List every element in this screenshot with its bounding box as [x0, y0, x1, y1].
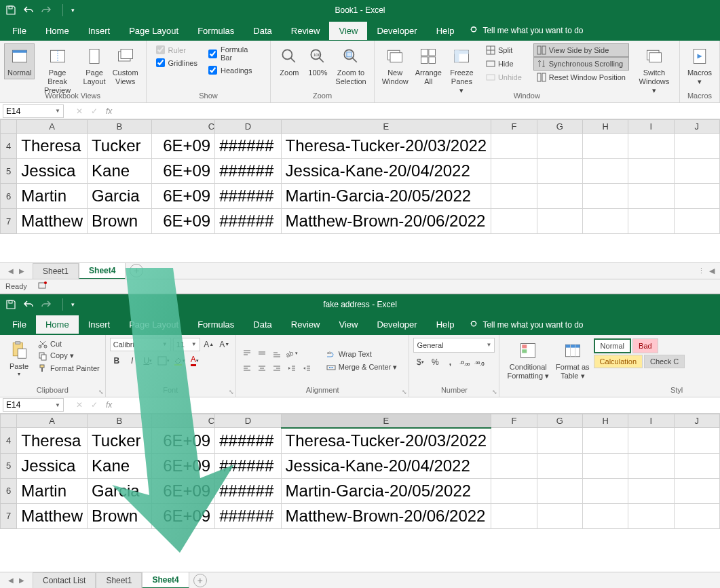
col-header-E[interactable]: E: [281, 414, 491, 428]
italic-button[interactable]: I: [126, 354, 139, 368]
style-check[interactable]: Check C: [644, 355, 685, 368]
cell-G4[interactable]: [537, 428, 582, 454]
cell-I5[interactable]: [628, 453, 674, 478]
cell-F7[interactable]: [491, 503, 537, 528]
cell-C6[interactable]: 6E+09: [151, 184, 215, 209]
cell-I7[interactable]: [628, 209, 674, 234]
cell-E7[interactable]: Matthew-Brown-20/06/2022: [281, 503, 491, 528]
cell-B4[interactable]: Tucker: [88, 134, 152, 159]
cell-E4[interactable]: Theresa-Tucker-20/03/2022: [281, 134, 491, 159]
cell-F4[interactable]: [491, 428, 537, 454]
cell-F5[interactable]: [491, 453, 537, 478]
cell-A6[interactable]: Martin: [17, 478, 88, 503]
row-header-6[interactable]: 6: [1, 184, 17, 209]
menu-file[interactable]: File: [3, 22, 36, 40]
cell-A4[interactable]: Theresa: [17, 134, 88, 159]
syncscroll-button[interactable]: Synchronous Scrolling: [533, 57, 629, 71]
tell-me[interactable]: Tell me what you want to do: [469, 26, 583, 35]
cell-G7[interactable]: [537, 209, 582, 234]
undo-icon[interactable]: [23, 299, 34, 310]
tell-me-2[interactable]: Tell me what you want to do: [469, 320, 583, 330]
cell-H6[interactable]: [582, 184, 628, 209]
sheet-tab-sheet1[interactable]: Sheet1: [96, 572, 142, 588]
cell-I6[interactable]: [628, 478, 674, 503]
accounting-button[interactable]: $▾: [413, 355, 427, 369]
sidebyside-button[interactable]: View Side by Side: [533, 43, 629, 57]
row-header-6[interactable]: 6: [1, 478, 17, 503]
row-header-4[interactable]: 4: [1, 134, 17, 159]
cell-C4[interactable]: 6E+09: [151, 134, 215, 159]
cell-J7[interactable]: [674, 503, 719, 528]
cell-G7[interactable]: [537, 503, 582, 528]
cell-E6[interactable]: Martin-Garcia-20/05/2022: [281, 478, 491, 503]
cell-H5[interactable]: [582, 159, 628, 184]
increase-decimal-button[interactable]: .0.00: [458, 355, 472, 369]
col-header-J[interactable]: J: [674, 414, 719, 428]
cell-J5[interactable]: [674, 453, 719, 478]
menu-review[interactable]: Review: [282, 22, 330, 40]
zoomselection-button[interactable]: Zoom to Selection: [332, 43, 369, 88]
aligncenter-button[interactable]: [255, 361, 269, 375]
nav-prev-icon[interactable]: ◀: [8, 576, 14, 584]
col-header-F[interactable]: F: [491, 120, 537, 134]
col-header-B[interactable]: B: [88, 120, 152, 134]
macro-record-icon[interactable]: [38, 281, 48, 292]
customviews-button[interactable]: Custom Views: [109, 43, 142, 88]
cancel-icon[interactable]: ✕: [76, 400, 83, 410]
cell-E6[interactable]: Martin-Garcia-20/05/2022: [281, 184, 491, 209]
decreaseindent-button[interactable]: [285, 361, 299, 375]
style-calc[interactable]: Calculation: [594, 355, 643, 368]
pagelayout-button[interactable]: Page Layout: [80, 43, 109, 88]
menu-developer[interactable]: Developer: [367, 22, 426, 40]
undo-icon[interactable]: [23, 5, 34, 16]
increaseindent-button[interactable]: [300, 361, 314, 375]
save-icon[interactable]: [5, 5, 16, 16]
alignright-button[interactable]: [270, 361, 284, 375]
fontsize-select[interactable]: 11▼: [173, 338, 200, 351]
cell-E4[interactable]: Theresa-Tucker-20/03/2022: [281, 428, 491, 454]
row-header-5[interactable]: 5: [1, 159, 17, 184]
col-header-A[interactable]: A: [17, 120, 88, 134]
save-icon[interactable]: [5, 299, 16, 310]
cell-C5[interactable]: 6E+09: [151, 453, 215, 478]
cell-F4[interactable]: [491, 134, 537, 159]
col-header-F[interactable]: F: [491, 414, 537, 428]
cell-H4[interactable]: [582, 428, 628, 454]
customize-qat-icon[interactable]: ▾: [67, 5, 78, 16]
cell-H5[interactable]: [582, 453, 628, 478]
cell-F6[interactable]: [491, 478, 537, 503]
decrease-font-button[interactable]: A▼: [218, 338, 231, 351]
spreadsheet-grid[interactable]: ABCDEFGHIJ4TheresaTucker6E+09######There…: [0, 119, 720, 234]
cell-C7[interactable]: 6E+09: [151, 209, 215, 234]
menu-review[interactable]: Review: [282, 315, 330, 334]
expand-icon[interactable]: ⤡: [98, 389, 104, 395]
headings-check[interactable]: Headings: [208, 66, 261, 75]
redo-icon[interactable]: [41, 5, 52, 16]
cell-C5[interactable]: 6E+09: [151, 159, 215, 184]
cell-B6[interactable]: Garcia: [88, 184, 152, 209]
formulabar-check[interactable]: Formula Bar: [208, 45, 261, 62]
underline-button[interactable]: U▾: [141, 354, 155, 368]
style-bad[interactable]: Bad: [632, 338, 658, 353]
cell-C6[interactable]: 6E+09: [151, 478, 215, 503]
row-header-7[interactable]: 7: [1, 503, 17, 528]
cell-H7[interactable]: [582, 209, 628, 234]
cell-A7[interactable]: Matthew: [17, 209, 88, 234]
cell-H7[interactable]: [582, 503, 628, 528]
cell-D7[interactable]: ######: [215, 503, 281, 528]
cell-D5[interactable]: ######: [215, 453, 281, 478]
fx-icon[interactable]: fx: [106, 400, 112, 410]
cell-A6[interactable]: Martin: [17, 184, 88, 209]
cell-J7[interactable]: [674, 209, 719, 234]
fx-icon[interactable]: fx: [106, 106, 112, 116]
unhide-button[interactable]: Unhide: [482, 71, 525, 84]
cell-C4[interactable]: 6E+09: [151, 428, 215, 454]
borders-button[interactable]: ▾: [157, 354, 170, 368]
cell-B7[interactable]: Brown: [88, 209, 152, 234]
col-header-H[interactable]: H: [582, 120, 628, 134]
cell-B6[interactable]: Garcia: [88, 478, 152, 503]
col-header-C[interactable]: C: [151, 414, 215, 428]
name-box[interactable]: E14▼: [3, 104, 64, 118]
col-header-J[interactable]: J: [674, 120, 719, 134]
menu-developer[interactable]: Developer: [367, 315, 426, 334]
